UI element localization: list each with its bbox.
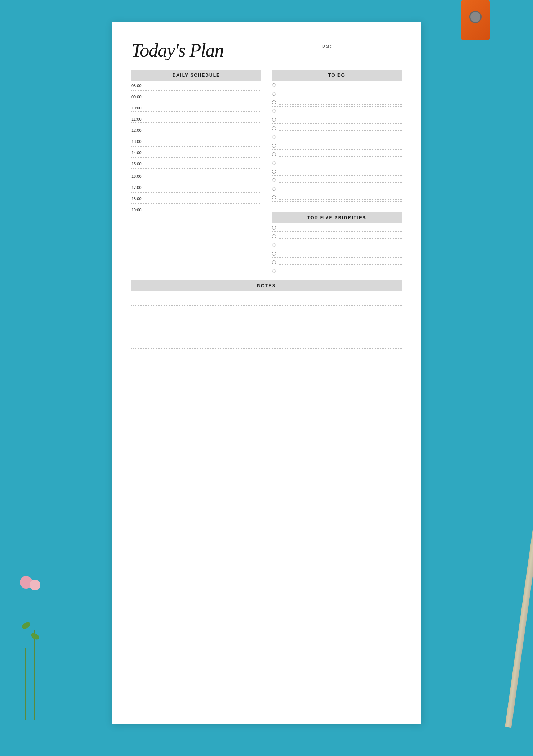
- schedule-line: [131, 135, 261, 135]
- schedule-line: [131, 100, 261, 100]
- time-label-1400: 14:00: [131, 149, 261, 155]
- priority-input-line: [279, 225, 402, 230]
- date-line: [322, 50, 402, 50]
- date-section: Date: [322, 44, 402, 50]
- page-title: Today's Plan: [131, 40, 322, 61]
- schedule-line: [131, 213, 261, 213]
- time-slot-1900: 19:00: [131, 205, 261, 216]
- schedule-line: [131, 124, 261, 124]
- priority-item: [272, 232, 402, 240]
- priority-input-line: [279, 242, 402, 247]
- todo-item: [272, 107, 402, 115]
- sharpener-decoration: [461, 0, 490, 40]
- schedule-line: [131, 122, 261, 123]
- schedule-line: [131, 102, 261, 102]
- todo-circle: [272, 161, 276, 165]
- todo-input-line: [279, 169, 402, 174]
- schedule-line: [131, 168, 261, 169]
- flowers-decoration: [11, 576, 54, 720]
- todo-input-line: [279, 152, 402, 157]
- todo-input-line: [279, 108, 402, 113]
- time-slot-1500: 15:00: [131, 159, 261, 171]
- time-label-1700: 17:00: [131, 184, 261, 190]
- todo-circle: [272, 100, 276, 104]
- time-slot-1700: 17:00: [131, 183, 261, 194]
- todo-item: [272, 176, 402, 184]
- todo-item: [272, 167, 402, 176]
- time-label-1800: 18:00: [131, 195, 261, 201]
- todo-circle: [272, 92, 276, 96]
- todo-circle: [272, 83, 276, 87]
- paper: Today's Plan Date DAILY SCHEDULE 08:00 0…: [112, 22, 421, 724]
- priorities-header: TOP FIVE PRIORITIES: [272, 212, 402, 223]
- schedule-line: [131, 203, 261, 204]
- notes-line: [131, 294, 402, 306]
- todo-input-line: [279, 82, 402, 87]
- priority-item: [272, 258, 402, 266]
- schedule-line: [131, 167, 261, 167]
- time-slot-0900: 09:00: [131, 92, 261, 103]
- priority-circle: [272, 252, 276, 256]
- todo-input-line: [279, 126, 402, 131]
- time-label-1900: 19:00: [131, 206, 261, 212]
- todo-item: [272, 89, 402, 98]
- todo-item: [272, 115, 402, 124]
- schedule-line: [131, 134, 261, 134]
- todo-circle: [272, 195, 276, 199]
- todo-item: [272, 124, 402, 132]
- time-label-1200: 12:00: [131, 127, 261, 132]
- schedule-line: [131, 156, 261, 156]
- schedule-line: [131, 181, 261, 181]
- time-label-1300: 13:00: [131, 138, 261, 144]
- priority-item: [272, 240, 402, 249]
- priority-circle: [272, 234, 276, 238]
- priority-circle: [272, 243, 276, 247]
- todo-circle: [272, 187, 276, 191]
- time-slot-1100: 11:00: [131, 114, 261, 125]
- priority-input-line: [279, 268, 402, 273]
- notes-line: [131, 309, 402, 320]
- todo-input-line: [279, 143, 402, 148]
- time-label-1500: 15:00: [131, 160, 261, 166]
- todo-item: [272, 158, 402, 167]
- schedule-line: [131, 113, 261, 113]
- todo-item: [272, 81, 402, 89]
- time-label-0900: 09:00: [131, 93, 261, 99]
- time-label-0800: 08:00: [131, 82, 261, 88]
- todo-item: [272, 193, 402, 202]
- pencil-decoration: [505, 513, 533, 728]
- time-label-1100: 11:00: [131, 116, 261, 121]
- todo-circle: [272, 118, 276, 122]
- priority-item: [272, 266, 402, 275]
- todo-input-line: [279, 117, 402, 122]
- priority-circle: [272, 226, 276, 230]
- todo-circle: [272, 144, 276, 148]
- priority-circle: [272, 260, 276, 264]
- time-slot-1000: 10:00: [131, 103, 261, 114]
- todo-circle: [272, 135, 276, 139]
- priorities-section: TOP FIVE PRIORITIES: [272, 212, 402, 275]
- right-column: TO DO: [272, 70, 402, 275]
- schedule-line: [131, 111, 261, 112]
- schedule-line: [131, 192, 261, 193]
- todo-input-line: [279, 91, 402, 96]
- schedule-line: [131, 145, 261, 145]
- time-slot-1800: 18:00: [131, 194, 261, 205]
- main-grid: DAILY SCHEDULE 08:00 09:00 10:00 11:: [131, 70, 402, 275]
- time-label-1600: 16:00: [131, 173, 261, 179]
- time-slot-1600: 16:00: [131, 171, 261, 183]
- priority-item: [272, 223, 402, 232]
- schedule-line: [131, 191, 261, 191]
- schedule-line: [131, 215, 261, 215]
- todo-circle: [272, 170, 276, 174]
- todo-input-line: [279, 177, 402, 183]
- todo-input-line: [279, 100, 402, 105]
- time-label-1000: 10:00: [131, 104, 261, 110]
- todo-input-line: [279, 134, 402, 139]
- todo-circle: [272, 126, 276, 130]
- time-slot-0800: 08:00: [131, 81, 261, 92]
- todo-item: [272, 132, 402, 141]
- todo-input-line: [279, 160, 402, 165]
- header: Today's Plan Date: [131, 40, 402, 61]
- priority-item: [272, 249, 402, 258]
